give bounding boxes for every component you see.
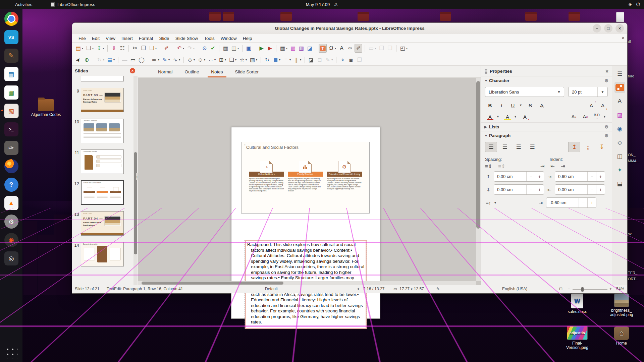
edit-mode-status[interactable]: TextEdit: Paragraph 1, Row 16, Column 41: [103, 287, 183, 291]
master-slide-icon[interactable]: ▣▾: [245, 44, 253, 53]
fill-color-icon[interactable]: ⬓▾: [106, 56, 116, 64]
chevron-down-icon[interactable]: ▼: [554, 87, 564, 97]
tab-master-slides[interactable]: ▤: [614, 178, 625, 189]
cut-icon[interactable]: ✂▾: [131, 44, 139, 53]
item[interactable]: df: [628, 40, 631, 44]
special-character-icon[interactable]: Ω▾: [327, 44, 337, 53]
align-bottom-button[interactable]: ↧: [596, 142, 608, 152]
open-icon[interactable]: ❏▾: [85, 44, 95, 53]
clock[interactable]: May 9 17:09 🕭: [306, 2, 338, 7]
desktop-folder-icon[interactable]: [440, 12, 451, 21]
3d-objects-icon[interactable]: ▧▾: [249, 56, 258, 64]
align-left-button[interactable]: ☰: [485, 142, 497, 152]
gear-icon[interactable]: ⚙: [604, 124, 608, 129]
minimize-button[interactable]: –: [593, 24, 601, 33]
align-right-button[interactable]: ☰: [513, 142, 525, 152]
item[interactable]: Normal: [153, 67, 177, 77]
firefox-dock-icon[interactable]: [4, 159, 18, 173]
highlight-color-button[interactable]: A: [502, 112, 513, 121]
highlight-dropdown-icon[interactable]: ▼: [514, 115, 519, 118]
decrease-paragraph-spacing-icon[interactable]: ≡⇕: [498, 163, 505, 169]
zoom-in-icon[interactable]: +: [609, 287, 612, 291]
export-pdf-icon[interactable]: ⇩▾: [110, 44, 118, 53]
new-presentation-icon[interactable]: ▤▾: [74, 44, 84, 53]
shadow-icon[interactable]: ◪▾: [307, 56, 315, 64]
item[interactable]: Insert: [118, 35, 136, 42]
item[interactable]: Outline: [180, 67, 204, 77]
subscript-button[interactable]: AB: [580, 112, 590, 121]
character-spacing-button[interactable]: B·D↔: [592, 112, 602, 121]
tab-shapes[interactable]: ◇: [614, 137, 625, 148]
clear-formatting-button[interactable]: A: [520, 112, 530, 121]
align-justify-button[interactable]: ☰: [526, 142, 538, 152]
snap-guides-icon[interactable]: ◫▾: [230, 44, 240, 53]
delete-slide-icon[interactable]: ❒▾: [386, 44, 394, 53]
desktop-icon-home[interactable]: ⌂ Home: [606, 326, 637, 346]
item[interactable]: Format: [136, 35, 156, 42]
rectangle-icon[interactable]: ▭▾: [129, 56, 137, 64]
desktop-folder-icon[interactable]: [525, 12, 537, 21]
desktop-folder-icon[interactable]: [209, 12, 221, 21]
tab-navigator[interactable]: ◉: [614, 123, 625, 134]
chrome-dock-icon[interactable]: [4, 12, 18, 26]
hanging-indent-icon[interactable]: ⇥: [561, 163, 565, 169]
increase-paragraph-spacing-icon[interactable]: ≡⇕: [485, 163, 492, 169]
slide-preview[interactable]: ❝ Cultural and Social Factors ◔ Cultural…: [241, 142, 370, 214]
cursor-position-status[interactable]: 2.16 / 13.27: [363, 287, 384, 291]
duplicate-slide-icon[interactable]: ❐▾: [378, 44, 385, 53]
tab-properties[interactable]: [614, 82, 625, 93]
item[interactable]: View: [103, 35, 118, 42]
zoom-out-icon[interactable]: −: [568, 287, 570, 291]
properties-close-icon[interactable]: ×: [605, 68, 608, 74]
flowchart-icon[interactable]: ⊞▾: [217, 56, 227, 64]
slide-thumbnail[interactable]: Economic Uncertainty Economic Uncertaint…: [81, 242, 124, 266]
bold-button[interactable]: B: [485, 101, 495, 110]
power-icon[interactable]: ⏻: [636, 2, 640, 7]
increase-font-size-button[interactable]: A: [586, 101, 596, 110]
vlc-dock-icon[interactable]: ▲: [4, 196, 18, 210]
insert-chart-icon[interactable]: ◪▾: [306, 44, 314, 53]
focused-app-indicator[interactable]: LibreOffice Impress: [51, 2, 95, 7]
activities-button[interactable]: Activities: [15, 2, 32, 7]
maximize-button[interactable]: □: [604, 24, 612, 33]
item[interactable]: Notes: [206, 67, 227, 77]
desktop-icon-sales-docx[interactable]: W sales.docx: [562, 294, 592, 314]
gear-icon[interactable]: ⚙: [604, 133, 608, 138]
line-arrow-icon[interactable]: ⇨▾: [151, 56, 160, 64]
show-apps-dock-icon[interactable]: [5, 347, 17, 359]
new-slide-icon[interactable]: ▭▾: [367, 44, 377, 53]
character-section-header[interactable]: ▼ Character ⚙: [481, 76, 612, 85]
rotate-object-icon[interactable]: ↻▾: [263, 56, 271, 64]
decrease-indent-icon[interactable]: ⇤: [550, 163, 555, 169]
slides-panel-close-icon[interactable]: ×: [130, 68, 135, 73]
item[interactable]: Slide: [156, 35, 172, 42]
slide-count-status[interactable]: Slide 12 of 21: [75, 287, 99, 291]
superscript-button[interactable]: AB: [569, 112, 579, 121]
draw-functions-icon[interactable]: ✐▾: [355, 44, 362, 53]
spacing-dropdown-icon[interactable]: ▼: [603, 115, 608, 118]
item[interactable]: sx: [628, 232, 632, 236]
font-size-combo[interactable]: 20 pt ▼: [568, 87, 608, 97]
insert-table-icon[interactable]: ▦▾: [279, 44, 288, 53]
shadow-button[interactable]: A: [537, 101, 547, 110]
arrange-icon[interactable]: ≡▾: [282, 56, 292, 64]
gimp-dock-icon[interactable]: ✑: [4, 141, 18, 155]
slide-layout-icon[interactable]: ◰▾: [399, 44, 409, 53]
settings-dock-icon[interactable]: ⚙: [4, 215, 18, 229]
decrease-font-size-button[interactable]: A: [598, 101, 608, 110]
basic-shapes-icon[interactable]: ◇▾: [186, 56, 196, 64]
first-line-indent-field[interactable]: -0.60 cm−+: [546, 197, 596, 208]
tab-styles[interactable]: A: [614, 96, 625, 107]
align-objects-icon[interactable]: ≣▾: [272, 56, 281, 64]
align-top-button[interactable]: ↥: [568, 142, 580, 152]
line-spacing-dropdown-icon[interactable]: ▼: [494, 201, 498, 204]
insert-media-icon[interactable]: ▥▾: [298, 44, 305, 53]
slide-thumbnail[interactable]: [81, 76, 124, 81]
hyperlink-icon[interactable]: ∞▾: [346, 44, 354, 53]
line-icon[interactable]: —▾: [121, 56, 128, 64]
start-current-slide-icon[interactable]: ▶▾: [266, 44, 274, 53]
vertical-scrollbar[interactable]: [476, 78, 481, 281]
close-button[interactable]: ×: [615, 24, 624, 33]
crop-icon[interactable]: ⊡▾: [316, 56, 323, 64]
desktop-document-icon[interactable]: [616, 12, 624, 22]
